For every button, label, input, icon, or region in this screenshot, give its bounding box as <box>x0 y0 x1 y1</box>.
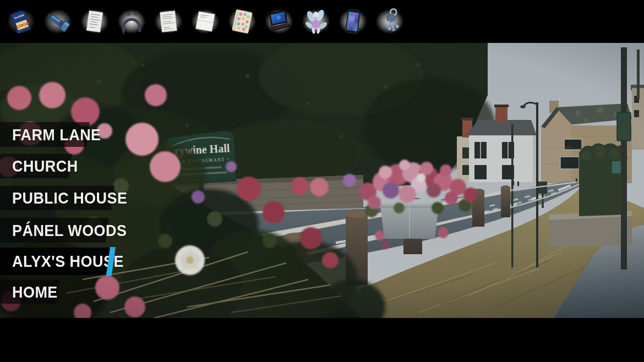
vignette-overlay <box>0 43 644 318</box>
inventory-item-flashlight[interactable] <box>39 0 76 43</box>
flashlight-icon <box>43 7 73 36</box>
menu-item-panel-woods[interactable]: PÁNEL WOODS <box>0 218 109 243</box>
menu-item-public-house[interactable]: PUBLIC HOUSE <box>0 186 114 210</box>
folded-letter-icon <box>190 7 220 36</box>
sd-card-icon: SanDisk 128GB <box>6 7 36 36</box>
floral-diary-icon <box>227 7 257 36</box>
menu-item-label: PÁNEL WOODS <box>12 221 127 240</box>
inventory-item-typed-note[interactable] <box>150 0 187 43</box>
menu-item-label: CHURCH <box>12 157 78 175</box>
keys-icon <box>375 6 405 37</box>
menu-item-alyxs-house-selected[interactable]: ALYX'S HOUSE <box>0 248 111 275</box>
inventory-item-laptop[interactable] <box>260 0 297 43</box>
scene-frame: rywine Hall EL & RESTAURANT ~ <box>0 43 644 318</box>
inventory-item-folded-letter[interactable] <box>187 0 223 43</box>
inventory-item-smartphone[interactable] <box>334 0 371 43</box>
inventory-item-fairy-doll[interactable] <box>297 0 334 43</box>
menu-item-church[interactable]: CHURCH <box>0 154 72 178</box>
game-screen: SanDisk 128GB <box>0 0 644 362</box>
menu-item-home[interactable]: HOME <box>0 280 59 304</box>
inventory-bar: SanDisk 128GB <box>0 0 644 43</box>
fairy-doll-icon <box>301 6 331 37</box>
inventory-item-sd-card[interactable]: SanDisk 128GB <box>2 0 39 43</box>
receipt-note-icon <box>80 7 110 36</box>
menu-item-farm-lane[interactable]: FARM LANE <box>0 122 90 147</box>
letterbox-bottom <box>0 318 644 362</box>
menu-item-label: FARM LANE <box>12 125 101 144</box>
inventory-item-receipt-note[interactable] <box>76 0 113 43</box>
headband-icon <box>117 7 146 36</box>
smartphone-icon <box>338 6 368 37</box>
inventory-item-headband[interactable] <box>113 0 150 43</box>
menu-item-label: HOME <box>12 283 58 301</box>
laptop-icon <box>264 7 294 36</box>
typed-note-icon <box>154 7 183 36</box>
inventory-item-keys[interactable] <box>371 0 408 43</box>
inventory-item-floral-diary[interactable] <box>223 0 260 43</box>
menu-item-label: PUBLIC HOUSE <box>12 189 127 207</box>
